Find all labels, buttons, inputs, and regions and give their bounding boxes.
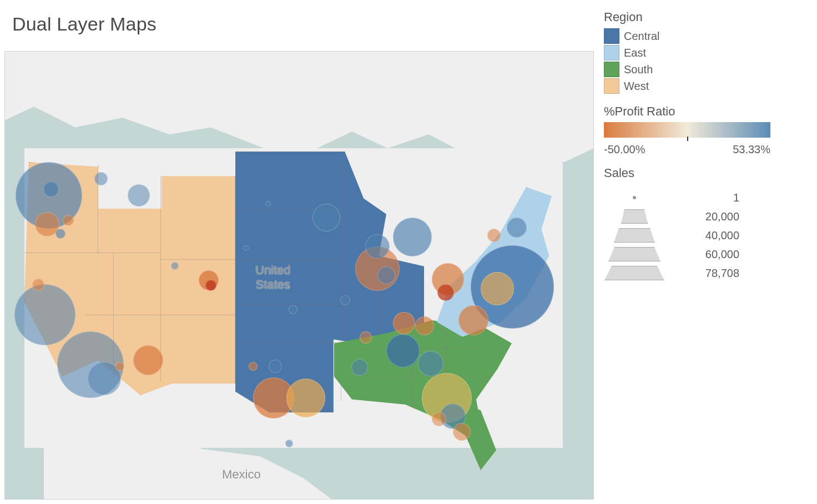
city-mark[interactable] (249, 362, 258, 371)
legend-region-title: Region (604, 10, 809, 24)
legend-size-item[interactable]: 78,708 (604, 264, 809, 283)
legend-color-max: 53.33% (733, 143, 770, 156)
legend-size-glyph (604, 196, 665, 199)
legend-size-label: 78,708 (673, 267, 739, 280)
legend-size-item[interactable]: 60,000 (604, 245, 809, 264)
city-mark[interactable] (365, 234, 390, 259)
city-mark[interactable] (360, 331, 372, 344)
legend-panel: Region CentralEastSouthWest %Profit Rati… (604, 10, 809, 283)
city-mark[interactable] (94, 172, 108, 185)
legend-swatch (604, 45, 619, 61)
legend-size-label: 40,000 (673, 229, 739, 242)
legend-size-items: 120,00040,00060,00078,708 (604, 188, 809, 283)
city-mark[interactable] (386, 334, 420, 367)
city-mark[interactable] (418, 351, 443, 376)
map-viz[interactable]: United States Mexico (4, 51, 594, 500)
city-mark[interactable] (265, 201, 271, 206)
legend-region-item[interactable]: West (604, 78, 809, 94)
legend-region-item[interactable]: East (604, 44, 809, 61)
city-mark[interactable] (481, 272, 514, 305)
legend-size-glyph (604, 266, 665, 280)
bubble-layer (4, 51, 594, 500)
city-mark[interactable] (286, 379, 325, 417)
legend-size-item[interactable]: 40,000 (604, 226, 809, 245)
city-mark[interactable] (56, 229, 65, 239)
city-mark[interactable] (487, 229, 501, 242)
city-mark[interactable] (32, 279, 44, 291)
city-mark[interactable] (43, 182, 59, 197)
city-mark[interactable] (63, 215, 74, 226)
legend-color-gradient[interactable] (604, 122, 770, 138)
legend-color-min: -50.00% (604, 143, 645, 156)
page-title: Dual Layer Maps (12, 13, 157, 35)
legend-region-item[interactable]: Central (604, 28, 809, 44)
legend-region-items: CentralEastSouthWest (604, 28, 809, 94)
legend-size-glyph (604, 209, 665, 224)
city-mark[interactable] (243, 245, 249, 251)
legend-size-label: 60,000 (673, 248, 739, 261)
city-mark[interactable] (432, 412, 446, 426)
city-mark[interactable] (269, 360, 282, 373)
legend-color-range: -50.00% 53.33% (604, 143, 770, 156)
legend-size-item[interactable]: 20,000 (604, 207, 809, 226)
legend-region-label: East (624, 47, 646, 59)
city-mark[interactable] (115, 362, 124, 371)
legend-profit-title: %Profit Ratio (604, 104, 809, 119)
city-mark[interactable] (377, 266, 395, 284)
city-mark[interactable] (351, 359, 368, 376)
city-mark[interactable] (14, 284, 75, 345)
legend-size-label: 1 (673, 191, 739, 204)
legend-size-glyph (604, 247, 665, 261)
city-mark[interactable] (205, 280, 216, 291)
city-mark[interactable] (171, 262, 179, 270)
city-mark[interactable] (458, 305, 488, 335)
legend-size-glyph (604, 228, 665, 243)
city-mark[interactable] (312, 204, 340, 231)
legend-swatch (604, 28, 619, 44)
city-mark[interactable] (415, 316, 434, 335)
legend-sales-title: Sales (604, 166, 809, 180)
city-mark[interactable] (393, 218, 432, 256)
city-mark[interactable] (393, 312, 415, 334)
city-mark[interactable] (289, 305, 297, 314)
city-mark[interactable] (507, 218, 527, 238)
legend-region-label: Central (624, 30, 659, 43)
city-mark[interactable] (128, 184, 150, 206)
legend-region-label: South (624, 63, 653, 76)
legend-region-item[interactable]: South (604, 61, 809, 78)
legend-swatch (604, 78, 619, 94)
city-mark[interactable] (133, 345, 163, 375)
city-mark[interactable] (285, 440, 293, 447)
legend-swatch (604, 62, 619, 77)
city-mark[interactable] (453, 423, 471, 441)
city-mark[interactable] (437, 284, 454, 301)
city-mark[interactable] (340, 295, 350, 305)
legend-size-item[interactable]: 1 (604, 188, 809, 207)
legend-region-label: West (624, 80, 649, 93)
legend-size-label: 20,000 (673, 210, 739, 223)
